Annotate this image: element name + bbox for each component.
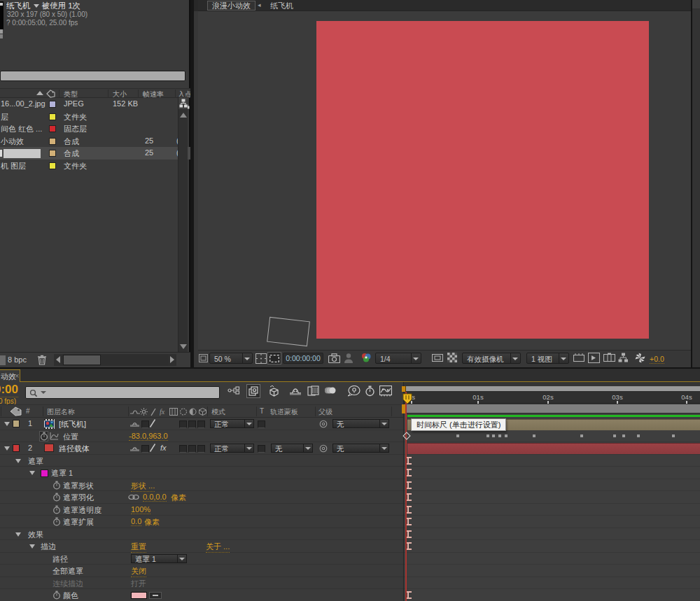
stopwatch-button[interactable] <box>52 591 61 600</box>
current-time-indicator-line[interactable] <box>405 392 407 601</box>
stopwatch-button[interactable] <box>52 493 61 502</box>
camera-dropdown[interactable]: 有效摄像机 <box>462 353 521 364</box>
navigator-start-handle[interactable] <box>402 386 406 392</box>
project-row-jpg[interactable]: 16...00_2.jpg JPEG 152 KB <box>0 98 192 111</box>
layer-row[interactable]: 2路径载体fx正常无无 <box>0 442 403 455</box>
graph-toggle-icon[interactable] <box>50 432 59 440</box>
item-name[interactable]: 16...00_2.jpg <box>1 99 46 108</box>
property-row[interactable]: 颜色 <box>0 589 403 601</box>
property-row[interactable]: 路径遮罩 1 <box>0 553 403 565</box>
auto-keyframe-icon[interactable] <box>365 386 377 397</box>
keyframe-dot[interactable] <box>456 434 459 437</box>
expander-triangle[interactable] <box>4 446 10 451</box>
hide-shy-layers-icon[interactable] <box>289 386 302 397</box>
color-extra-box[interactable] <box>149 592 162 599</box>
track-row[interactable] <box>404 479 700 492</box>
group-row[interactable]: 描边重置关于 ... <box>0 540 403 553</box>
item-name[interactable]: 层 <box>1 112 8 122</box>
comp-flowchart-button[interactable] <box>618 353 629 363</box>
project-row-comp1[interactable]: 小动效 合成 25 ( <box>0 135 192 148</box>
time-navigator-bar[interactable] <box>404 386 700 392</box>
label-swatch[interactable] <box>49 113 56 120</box>
toggle-mask-visibility-button[interactable] <box>573 353 584 363</box>
search-options-caret[interactable] <box>41 391 46 394</box>
project-vertical-scrollbar[interactable] <box>178 97 188 352</box>
project-search-input[interactable] <box>0 71 186 81</box>
label-swatch[interactable] <box>49 162 56 169</box>
collapse-header-icon[interactable] <box>140 408 148 416</box>
keyframe-dot[interactable] <box>613 434 616 437</box>
keyframe-dot[interactable] <box>622 434 625 437</box>
parent-pickwhip[interactable] <box>319 420 328 428</box>
hscroll-right-button[interactable] <box>168 354 176 366</box>
frame-blending-icon[interactable] <box>307 386 320 397</box>
safe-margins-button[interactable] <box>255 353 267 364</box>
tab-close-icon[interactable]: × <box>15 372 19 380</box>
quality-switch[interactable] <box>149 419 156 427</box>
switch-well[interactable] <box>188 420 196 428</box>
track-row[interactable] <box>404 504 700 516</box>
track-row[interactable] <box>404 553 700 565</box>
transparency-grid-button[interactable] <box>447 353 458 363</box>
property-row[interactable]: 全部遮罩关闭 <box>0 565 403 577</box>
adjustment-header-icon[interactable] <box>189 408 197 416</box>
item-name[interactable]: 机 图层 <box>1 161 26 171</box>
item-rename-field[interactable] <box>4 149 41 158</box>
track-row[interactable] <box>404 565 700 577</box>
switch-well[interactable] <box>197 445 205 453</box>
property-row[interactable]: 遮罩形状形状 ... <box>0 479 403 492</box>
property-row[interactable]: 遮罩扩展0.0像素 <box>0 516 403 528</box>
expander-triangle[interactable] <box>29 471 35 475</box>
project-flowchart-button[interactable] <box>178 97 188 109</box>
track-row[interactable] <box>404 589 700 601</box>
constrain-link-icon[interactable] <box>128 494 139 500</box>
hscroll-left-button[interactable] <box>54 354 62 366</box>
resolution-dropdown[interactable]: 1/4 <box>375 353 421 364</box>
work-area-bar[interactable] <box>404 404 700 413</box>
switch-well[interactable] <box>141 445 149 453</box>
layer-label-swatch[interactable] <box>13 420 20 427</box>
property-row[interactable]: 遮罩透明度100% <box>0 504 403 516</box>
reset-exposure-button[interactable] <box>634 352 647 364</box>
mask-color-swatch[interactable] <box>41 469 48 477</box>
viewer-timecode[interactable]: 0:00:00:00 <box>283 353 323 364</box>
motion-blur-icon[interactable] <box>325 386 337 397</box>
trkmat-well[interactable] <box>258 420 265 428</box>
switch-well[interactable] <box>179 420 187 428</box>
show-snapshot-button[interactable] <box>344 353 354 364</box>
project-row-solid[interactable]: 间色 红色 ... 固态层 <box>0 122 192 135</box>
track-row[interactable] <box>404 528 700 541</box>
track-row[interactable] <box>404 467 700 479</box>
cube-3d-header-icon[interactable] <box>199 408 206 416</box>
track-row[interactable] <box>404 540 700 553</box>
snapshot-button[interactable] <box>328 353 340 363</box>
column-trkmat[interactable]: 轨道蒙板 <box>270 407 298 417</box>
view-layout-dropdown[interactable]: 1 视图 <box>526 353 569 364</box>
shy-switch[interactable] <box>130 445 139 452</box>
scroll-up-button[interactable] <box>178 111 188 120</box>
keyframe-dot[interactable] <box>580 434 583 437</box>
fx-header-icon[interactable]: fx <box>160 408 169 416</box>
layer-wireframe-outline[interactable] <box>267 317 310 346</box>
project-row-comp2-selected[interactable]: 合成 25 ( <box>0 147 192 160</box>
expander-triangle[interactable] <box>4 422 10 426</box>
current-time-indicator-head[interactable] <box>402 393 412 404</box>
always-preview-button[interactable] <box>199 353 208 363</box>
chevron-down-icon[interactable] <box>34 4 39 8</box>
keyframe-dot[interactable] <box>492 434 495 437</box>
label-column-icon[interactable] <box>46 90 55 98</box>
show-channels-button[interactable] <box>360 353 372 363</box>
path-dropdown[interactable]: 遮罩 1 <box>131 554 187 563</box>
mode-dropdown[interactable]: 正常 <box>210 444 254 453</box>
motion-blur-header-icon[interactable] <box>179 408 188 416</box>
label-swatch[interactable] <box>49 150 56 157</box>
group-row[interactable]: 遮罩 <box>0 455 403 467</box>
layer2-duration-bar[interactable] <box>407 443 700 455</box>
track-row[interactable] <box>404 430 700 443</box>
live-update-button[interactable] <box>246 384 260 398</box>
column-mode[interactable]: 模式 <box>211 407 225 417</box>
layer-label-swatch[interactable] <box>13 444 20 452</box>
quality-switch[interactable] <box>149 444 156 452</box>
quality-header-icon[interactable] <box>150 408 157 416</box>
switch-well[interactable] <box>197 420 205 428</box>
